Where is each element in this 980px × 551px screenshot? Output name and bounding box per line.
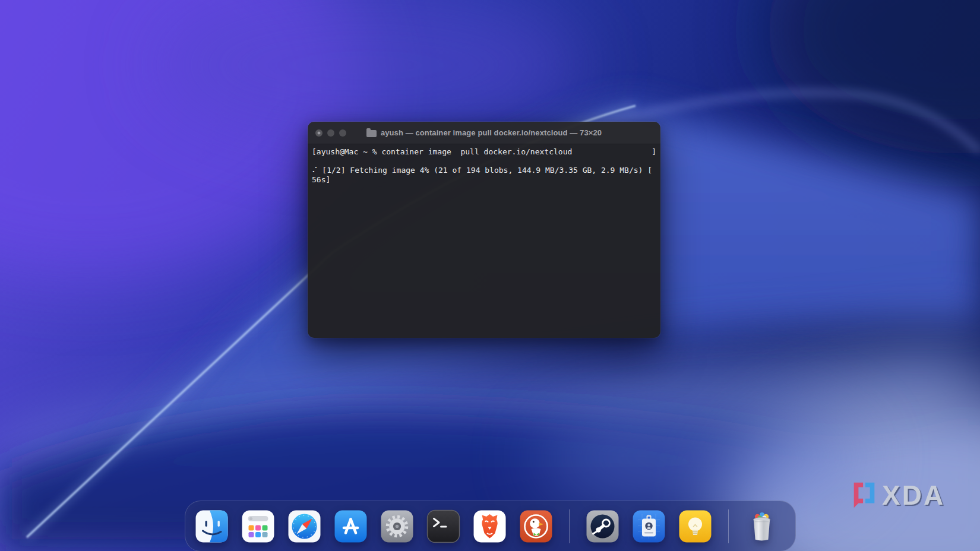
dock-finder-icon[interactable]: [195, 509, 229, 543]
title-wrap: ayush — container image pull docker.io/n…: [366, 128, 602, 137]
dock-id-badge-icon[interactable]: [632, 509, 666, 543]
blank-line: [312, 157, 656, 166]
xda-brand-text: XDA: [882, 482, 945, 509]
terminal-content[interactable]: [ayush@Mac ~ % container image pull dock…: [308, 144, 660, 184]
dock-divider: [728, 509, 729, 543]
dock-system-settings-icon[interactable]: [380, 509, 414, 543]
prompt-line: [ayush@Mac ~ % container image pull dock…: [312, 147, 656, 157]
progress-line-1: ⠌ [1/2] Fetching image 4% (21 of 194 blo…: [312, 166, 656, 175]
dock-divider: [569, 509, 570, 543]
folder-icon: [366, 130, 377, 137]
traffic-lights: [315, 122, 346, 144]
dock-duckduckgo-icon[interactable]: [519, 509, 553, 543]
terminal-window[interactable]: ayush — container image pull docker.io/n…: [308, 122, 660, 338]
desktop: ayush — container image pull docker.io/n…: [0, 0, 980, 551]
dock-brave-icon[interactable]: [473, 509, 507, 543]
minimize-button[interactable]: [327, 129, 334, 137]
dock-apps-grid-icon[interactable]: [241, 509, 275, 543]
dock-tips-icon[interactable]: [678, 509, 712, 543]
dock-steam-icon[interactable]: [586, 509, 619, 543]
terminal-titlebar[interactable]: ayush — container image pull docker.io/n…: [308, 122, 660, 144]
dock-app-store-icon[interactable]: [334, 509, 368, 543]
prompt-mark-open: [: [312, 147, 317, 157]
dock-trash-icon[interactable]: [745, 509, 780, 543]
progress-line-2: 56s]: [312, 175, 656, 185]
window-title: ayush — container image pull docker.io/n…: [381, 128, 602, 137]
close-button[interactable]: [315, 129, 323, 137]
dock: [185, 501, 796, 551]
xda-bracket-logo-icon: [849, 479, 879, 512]
zoom-button[interactable]: [339, 129, 346, 137]
prompt-mark-close: ]: [652, 147, 656, 157]
dock-safari-icon[interactable]: [287, 509, 321, 543]
xda-watermark: XDA: [849, 479, 945, 512]
dock-terminal-icon[interactable]: [426, 509, 460, 543]
command-text: ayush@Mac ~ % container image pull docke…: [317, 147, 572, 157]
